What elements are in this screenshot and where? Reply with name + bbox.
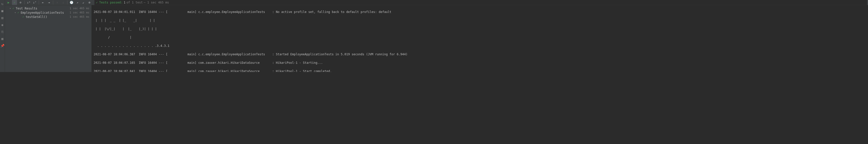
import-button[interactable]: ↙	[81, 0, 86, 5]
exit-icon[interactable]: ⎘	[1, 30, 4, 33]
tree-label: EmployeeApplicationTests	[21, 11, 70, 14]
test-status-total: of 1 test	[126, 1, 143, 4]
test-status-time: – 1 sec 465 ms	[144, 1, 169, 4]
test-toolbar: ▶ ✓ ⊘ ↓ᵉ ↓ᶠ ⇤ ⇥ ↑ ↓ 🕐 ↗ ↙ ⚙ ✓ Tests pass…	[5, 0, 868, 5]
console-output-panel: 2021-08-07 18:04:01.911 INFO 16404 --- […	[92, 5, 868, 72]
export-button[interactable]: ↗	[75, 0, 80, 5]
check-icon: ✓	[96, 1, 98, 4]
test-tree-panel: ▾ ✓ Test Results 1 sec 465 ms ▾ ✓ Employ…	[5, 5, 92, 72]
log-line: | | |\/|_| | |_ |_)| | | |	[94, 27, 866, 31]
chevron-down-icon[interactable]: ▾	[9, 7, 12, 10]
log-line: 2021-08-07 18:04:07.841 INFO 16404 --- […	[94, 69, 866, 72]
prev-failed-button[interactable]: ↑	[55, 0, 60, 5]
log-line: | | | _ _ | |_ _| | |	[94, 19, 866, 23]
show-passed-button[interactable]: ✓	[12, 0, 17, 5]
layout-icon[interactable]: ▤	[1, 16, 4, 20]
log-line: . . . . . . . . . . . . . . . . .3.4.3.1	[94, 44, 866, 48]
history-button[interactable]: 🕐	[69, 0, 74, 5]
tree-suite-employee-application-tests[interactable]: ▾ ✓ EmployeeApplicationTests 1 sec 465 m…	[5, 10, 91, 15]
grid-icon[interactable]: ▦	[1, 37, 4, 40]
camera-icon[interactable]: ◉	[1, 23, 4, 26]
settings-button[interactable]: ⚙	[87, 0, 92, 5]
next-failed-button[interactable]: ↓	[61, 0, 66, 5]
check-icon: ✓	[18, 11, 19, 14]
test-status-passed: Tests passed:	[99, 1, 123, 4]
rerun-icon[interactable]: ↻	[1, 2, 4, 5]
check-icon: ✓	[23, 15, 24, 19]
expand-all-button[interactable]: ⇤	[40, 0, 45, 5]
tree-label: testGetAll()	[26, 15, 70, 19]
console-output[interactable]: 2021-08-07 18:04:01.911 INFO 16404 --- […	[92, 5, 868, 72]
chevron-down-icon[interactable]: ▾	[14, 11, 18, 14]
pin-icon[interactable]: 📌	[1, 44, 4, 47]
run-button[interactable]: ▶	[6, 0, 11, 5]
tree-label: Test Results	[16, 7, 70, 10]
log-line: / |	[94, 35, 866, 40]
stop-icon[interactable]: ■	[1, 9, 4, 12]
test-status-count: 1	[124, 1, 125, 4]
tree-root-test-results[interactable]: ▾ ✓ Test Results 1 sec 465 ms	[5, 6, 91, 10]
tree-time: 1 sec 465 ms	[70, 7, 89, 10]
tree-time: 1 sec 465 ms	[70, 11, 89, 14]
left-tool-sidebar: ↻ ■ ▤ ◉ ⎘ ▦ 📌	[0, 0, 5, 72]
log-line: 2021-08-07 18:04:06.387 INFO 16404 --- […	[94, 52, 866, 57]
sort-alpha-button[interactable]: ↓ᵉ	[26, 0, 31, 5]
show-ignored-button[interactable]: ⊘	[18, 0, 23, 5]
collapse-all-button[interactable]: ⇥	[46, 0, 52, 5]
log-line: 2021-08-07 18:04:07.165 INFO 16404 --- […	[94, 61, 866, 65]
log-line: 2021-08-07 18:04:01.911 INFO 16404 --- […	[94, 10, 866, 14]
tree-time: 1 sec 465 ms	[70, 15, 89, 19]
tree-test-testgetall[interactable]: ✓ testGetAll() 1 sec 465 ms	[5, 15, 91, 19]
check-icon: ✓	[12, 7, 14, 10]
sort-duration-button[interactable]: ↓ᶠ	[32, 0, 37, 5]
